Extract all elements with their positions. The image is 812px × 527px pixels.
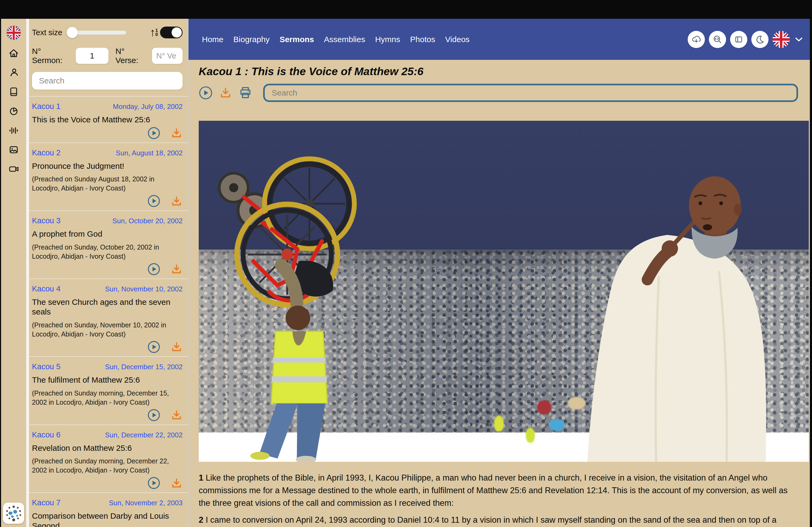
sort-numeric-icon: ↑ 10 — [150, 27, 158, 37]
verse-number: 2 — [199, 515, 203, 525]
sermon-preached-note: (Preached on Sunday August 18, 2002 in L… — [32, 175, 183, 193]
crowd-red-shirt-blob — [537, 400, 551, 414]
home-icon[interactable] — [8, 47, 19, 59]
download-icon[interactable] — [171, 263, 183, 275]
user-icon[interactable] — [8, 66, 19, 78]
download-sermon-button[interactable] — [219, 86, 232, 99]
sort-order-toggle[interactable] — [160, 27, 183, 39]
dark-mode-moon-button[interactable] — [751, 31, 768, 48]
verse-paragraph: 2 I came to conversion on April 24, 1993… — [199, 514, 798, 526]
nav-item-sermons[interactable]: Sermons — [279, 35, 314, 44]
verse-number: 1 — [199, 473, 203, 482]
download-icon[interactable] — [171, 341, 183, 353]
sermon-item[interactable]: Kacou 1Monday, July 08, 2002 This is the… — [29, 96, 188, 143]
video-camera-icon[interactable] — [8, 163, 19, 175]
sermon-list: Kacou 1Monday, July 08, 2002 This is the… — [29, 96, 188, 527]
sermon-item[interactable]: Kacou 2Sun, August 18, 2002 Pronounce th… — [29, 143, 188, 211]
wheelchair-lifter-figure — [211, 146, 357, 462]
preacher-figure — [553, 162, 809, 462]
split-view-button[interactable] — [730, 31, 747, 48]
image-icon[interactable] — [8, 144, 19, 156]
sermon-item[interactable]: Kacou 6Sun, December 22, 2002 Revelation… — [29, 425, 188, 493]
nav-item-hymns[interactable]: Hymns — [375, 35, 400, 44]
sermon-date: Monday, July 08, 2002 — [113, 103, 183, 111]
crowd-vest-blob — [494, 416, 504, 432]
pie-chart-icon[interactable] — [8, 105, 19, 117]
sermon-link[interactable]: Kacou 6 — [32, 431, 60, 439]
verse-paragraph: 1 Like the prophets of the Bible, in Apr… — [199, 471, 798, 509]
sermon-date: Sun, December 15, 2002 — [105, 363, 183, 371]
verse-text: I came to conversion on April 24, 1993 a… — [206, 515, 777, 525]
sermon-number-input[interactable] — [76, 48, 108, 64]
sermon-date: Sun, August 18, 2002 — [116, 149, 183, 157]
main-area: Home Biography Sermons Assemblies Hymns … — [188, 19, 810, 527]
play-audio-button[interactable] — [199, 86, 213, 100]
app-container: Text size ↑ 10 N° Sermon: N° Verse: — [1, 19, 810, 527]
cloud-download-button[interactable] — [688, 31, 705, 48]
play-icon[interactable] — [147, 477, 160, 490]
sidebar-controls: Text size ↑ 10 N° Sermon: N° Verse: — [29, 19, 188, 96]
sermon-date: Sun, November 10, 2002 — [105, 285, 183, 293]
crowd-vest-blob — [526, 428, 535, 443]
nav-item-photos[interactable]: Photos — [410, 35, 435, 44]
world-missions-logo[interactable] — [3, 502, 24, 524]
page-title: Kacou 1 : This is the Voice of Matthew 2… — [199, 65, 810, 78]
uk-flag-icon[interactable] — [7, 26, 21, 40]
print-button[interactable] — [238, 86, 252, 100]
language-flag-button[interactable] — [772, 31, 790, 48]
verse-text: Like the prophets of the Bible, in April… — [199, 473, 787, 508]
sermons-sidebar: Text size ↑ 10 N° Sermon: N° Verse: — [29, 19, 188, 527]
sermon-link[interactable]: Kacou 2 — [32, 148, 60, 157]
nav-item-videos[interactable]: Videos — [445, 35, 470, 44]
sermon-item[interactable]: Kacou 5Sun, December 15, 2002 The fulfil… — [29, 357, 188, 425]
sermon-content: Kacou 1 : This is the Voice of Matthew 2… — [188, 60, 810, 527]
download-icon[interactable] — [171, 127, 183, 139]
sermon-title: The seven Church ages and the seven seal… — [32, 297, 183, 317]
sermon-preached-note: (Preached on Sunday morning, December 15… — [32, 389, 183, 407]
sermon-link[interactable]: Kacou 4 — [32, 284, 60, 293]
sermon-title: Comparison between Darby and Louis Segon… — [32, 511, 183, 527]
chevron-down-icon[interactable] — [795, 37, 803, 42]
sermon-title: A prophet from God — [32, 229, 183, 239]
sermon-toolbar — [199, 84, 810, 102]
verse-number-input[interactable] — [152, 48, 183, 64]
code-search-button[interactable] — [709, 31, 726, 48]
play-icon[interactable] — [147, 263, 160, 275]
sermon-preached-note: (Preached on Sunday, October 20, 2002 in… — [32, 243, 183, 261]
sermon-link[interactable]: Kacou 5 — [32, 362, 60, 371]
audio-wave-icon[interactable] — [8, 124, 19, 136]
book-icon[interactable] — [8, 86, 19, 98]
sermon-title: The fulfilment of Matthew 25:6 — [32, 375, 183, 385]
sermon-item[interactable]: Kacou 3Sun, October 20, 2002 A prophet f… — [29, 211, 188, 279]
sermon-list-scrollbar[interactable] — [26, 19, 29, 527]
sermon-photo — [199, 121, 809, 462]
sermon-title: Pronounce the Judgment! — [32, 161, 183, 171]
sermon-title: Revelation on Matthew 25:6 — [32, 443, 183, 453]
sermon-link[interactable]: Kacou 1 — [32, 102, 60, 111]
download-icon[interactable] — [171, 409, 183, 421]
top-navigation: Home Biography Sermons Assemblies Hymns … — [188, 19, 810, 60]
sermon-preached-note: (Preached on Sunday morning, December 22… — [32, 456, 183, 475]
download-icon[interactable] — [171, 477, 183, 489]
left-icon-strip — [1, 19, 26, 527]
sermon-title: This is the Voice of Matthew 25:6 — [32, 115, 183, 125]
toggle-knob[interactable] — [172, 27, 182, 37]
download-icon[interactable] — [171, 195, 183, 207]
sermon-item[interactable]: Kacou 4Sun, November 10, 2002 The seven … — [29, 279, 188, 357]
sermon-search-input[interactable] — [32, 72, 183, 90]
sermon-link[interactable]: Kacou 3 — [32, 216, 60, 225]
nav-item-home[interactable]: Home — [202, 35, 223, 44]
text-size-slider[interactable] — [67, 31, 126, 35]
play-icon[interactable] — [147, 127, 160, 139]
sermon-item[interactable]: Kacou 7Sun, November 2, 2003 Comparison … — [29, 493, 188, 527]
nav-item-assemblies[interactable]: Assemblies — [324, 35, 365, 44]
verse-search-input[interactable] — [263, 84, 798, 102]
play-icon[interactable] — [147, 341, 160, 353]
nav-right-actions — [688, 31, 803, 48]
play-icon[interactable] — [147, 409, 160, 422]
sermon-link[interactable]: Kacou 7 — [32, 498, 60, 507]
nav-item-biography[interactable]: Biography — [233, 35, 270, 44]
play-icon[interactable] — [147, 195, 160, 207]
slider-thumb[interactable] — [67, 27, 78, 38]
browser-window: Text size ↑ 10 N° Sermon: N° Verse: — [0, 0, 812, 527]
